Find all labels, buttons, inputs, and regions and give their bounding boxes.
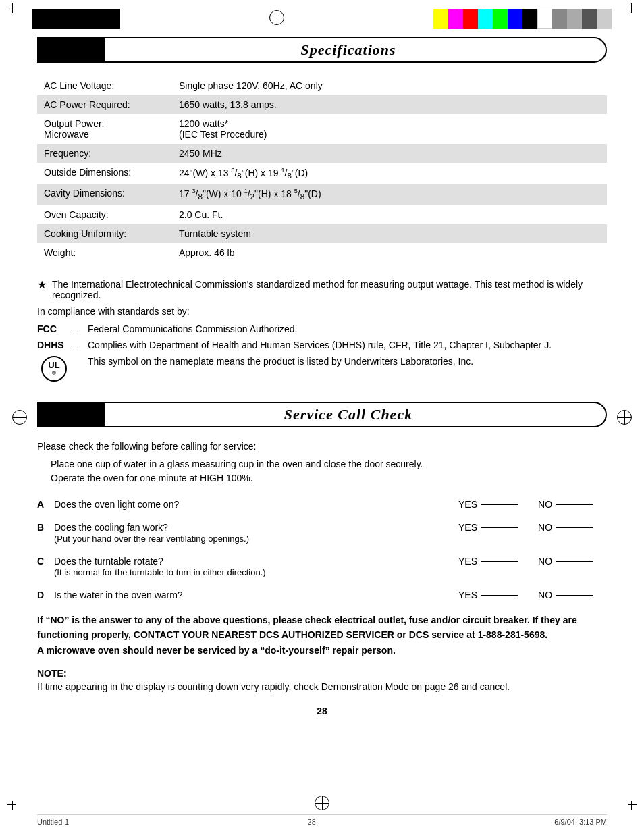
service-header-black (37, 402, 105, 427)
corner-mark-tr (617, 3, 637, 24)
no-b: NO (538, 522, 593, 533)
compliance-intro: In compliance with standards set by: (37, 306, 607, 317)
spec-value: Turntable system (165, 224, 607, 243)
compliance-fcc: FCC – Federal Communications Commission … (37, 323, 607, 334)
yes-line-c (481, 561, 518, 562)
table-row: Cooking Uniformity: Turntable system (37, 224, 607, 243)
specifications-header: Specifications (37, 37, 607, 63)
question-a: A Does the oven light come on? YES NO (37, 499, 607, 510)
spec-label: Cavity Dimensions: (37, 184, 165, 205)
star-icon: ★ (37, 278, 47, 301)
star-note-text: The International Electrotechnical Commi… (52, 279, 607, 301)
specs-table: AC Line Voltage: Single phase 120V, 60Hz… (37, 76, 607, 262)
q-answer-d: YES NO (458, 590, 607, 600)
service-intro: Please check the following before callin… (37, 441, 607, 452)
dhhs-label: DHHS (37, 340, 71, 350)
fcc-dash: – (71, 323, 88, 334)
color-bar-left (32, 9, 120, 29)
ul-circle: UL ® (41, 356, 67, 382)
no-a: NO (538, 499, 593, 510)
table-row: Weight: Approx. 46 lb (37, 243, 607, 262)
footer-filename: Untitled-1 (37, 818, 69, 826)
no-line-b (556, 527, 593, 528)
question-c: C Does the turntable rotate? (It is norm… (37, 556, 607, 577)
page-number: 28 (37, 706, 607, 716)
corner-mark-bl (7, 790, 27, 810)
ul-text-top: UL (48, 361, 59, 370)
main-content: Specifications AC Line Voltage: Single p… (37, 37, 607, 716)
yes-b: YES (458, 522, 518, 533)
print-marks-top (0, 0, 644, 37)
q-label-c: C (37, 556, 54, 567)
q-answer-a: YES NO (458, 499, 607, 510)
no-line-d (556, 595, 593, 596)
spec-label: Output Power:Microwave (37, 114, 165, 144)
corner-mark-br (617, 790, 637, 810)
spec-label: Oven Capacity: (37, 205, 165, 224)
warning-text: If “NO” is the answer to any of the abov… (37, 613, 607, 658)
q-label-a: A (37, 499, 54, 510)
star-note: ★ The International Electrotechnical Com… (37, 279, 607, 301)
note-body: If time appearing in the display is coun… (37, 681, 607, 692)
table-row: Oven Capacity: 2.0 Cu. Ft. (37, 205, 607, 224)
corner-mark-tl (7, 3, 27, 24)
no-d: NO (538, 590, 593, 600)
yes-d: YES (458, 590, 518, 600)
dhhs-dash: – (71, 340, 88, 350)
dhhs-text: Complies with Department of Health and H… (88, 340, 607, 350)
spec-value: 2450 MHz (165, 144, 607, 163)
question-d: D Is the water in the oven warm? YES NO (37, 590, 607, 600)
spec-value: 2.0 Cu. Ft. (165, 205, 607, 224)
yes-c: YES (458, 556, 518, 567)
q-label-d: D (37, 590, 54, 600)
yes-line-a (481, 504, 518, 505)
yes-a: YES (458, 499, 518, 510)
table-row: Output Power:Microwave 1200 watts*(IEC T… (37, 114, 607, 144)
spec-value: 1650 watts, 13.8 amps. (165, 95, 607, 114)
spec-value: Single phase 120V, 60Hz, AC only (165, 76, 607, 95)
table-row: Frequency: 2450 MHz (37, 144, 607, 163)
no-c: NO (538, 556, 593, 567)
crosshair-left (12, 417, 27, 425)
service-instructions: Place one cup of water in a glass measur… (51, 457, 607, 486)
spec-value: Approx. 46 lb (165, 243, 607, 262)
print-marks-bottom (0, 790, 644, 814)
q-answer-b: YES NO (458, 522, 607, 533)
spec-label: Cooking Uniformity: (37, 224, 165, 243)
table-row: Outside Dimensions: 24"(W) x 13 3/8"(H) … (37, 163, 607, 184)
no-line-a (556, 504, 593, 505)
spec-value: 17 3/8"(W) x 10 1/2"(H) x 18 5/8"(D) (165, 184, 607, 205)
yes-line-d (481, 595, 518, 596)
note-label: NOTE: (37, 668, 607, 679)
question-b: B Does the cooling fan work? (Put your h… (37, 522, 607, 544)
header-title-wrap: Specifications (105, 37, 607, 63)
specifications-title: Specifications (300, 41, 396, 59)
table-row: Cavity Dimensions: 17 3/8"(W) x 10 1/2"(… (37, 184, 607, 205)
yes-line-b (481, 527, 518, 528)
ul-logo: UL ® (37, 356, 71, 382)
ul-row: UL ® This symbol on the nameplate means … (37, 356, 607, 382)
crosshair-bottom (315, 796, 329, 810)
q-text-c: Does the turntable rotate? (It is normal… (54, 556, 458, 577)
crosshair-right (617, 417, 632, 425)
spec-value: 1200 watts*(IEC Test Procedure) (165, 114, 607, 144)
service-content: Please check the following before callin… (37, 441, 607, 716)
spec-value: 24"(W) x 13 3/8"(H) x 19 1/8"(D) (165, 163, 607, 184)
warning-bold: If “NO” is the answer to any of the abov… (37, 615, 577, 656)
table-row: AC Power Required: 1650 watts, 13.8 amps… (37, 95, 607, 114)
no-line-c (556, 561, 593, 562)
fcc-text: Federal Communications Commission Author… (88, 323, 607, 334)
page-footer: Untitled-1 28 6/9/04, 3:13 PM (37, 814, 607, 826)
q-label-b: B (37, 522, 54, 533)
table-row: AC Line Voltage: Single phase 120V, 60Hz… (37, 76, 607, 95)
spec-label: Outside Dimensions: (37, 163, 165, 184)
notes-section: ★ The International Electrotechnical Com… (37, 279, 607, 382)
compliance-dhhs: DHHS – Complies with Department of Healt… (37, 340, 607, 350)
spec-label: Frequency: (37, 144, 165, 163)
note-section: NOTE: If time appearing in the display i… (37, 668, 607, 692)
q-text-a: Does the oven light come on? (54, 499, 458, 510)
q-answer-c: YES NO (458, 556, 607, 567)
footer-date: 6/9/04, 3:13 PM (554, 818, 607, 826)
q-text-b: Does the cooling fan work? (Put your han… (54, 522, 458, 544)
service-title-wrap: Service Call Check (105, 402, 607, 427)
